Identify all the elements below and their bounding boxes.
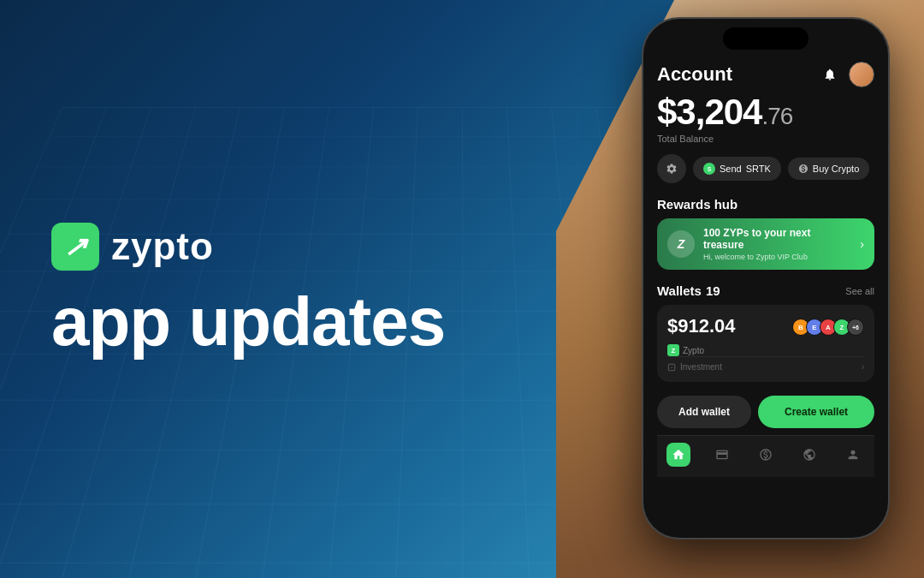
srtk-label: SRTK [746,164,771,174]
investment-arrow: › [862,362,864,372]
see-all-link[interactable]: See all [845,286,874,296]
rewards-section-title: Rewards hub [657,197,874,212]
investment-label: Investment [680,362,857,372]
send-label: Send [720,164,742,174]
nav-zypto[interactable] [754,443,778,467]
wallet-card[interactable]: $912.04 B E A Z +6 Z Zypto [657,305,874,382]
account-title: Account [657,63,732,86]
dynamic-island [723,27,808,50]
wallet-name-row: Z Zypto [667,344,864,356]
investment-row: Investment › [667,356,864,372]
send-button[interactable]: S Send SRTK [693,157,781,181]
headline-line1: app updates [51,283,445,360]
wallets-count-badge: 19 [706,283,720,298]
wallet-balance: $912.04 [667,315,736,337]
logo-z-letter: ↗ [62,233,88,260]
create-wallet-button[interactable]: Create wallet [758,396,874,428]
balance-decimal: .76 [761,103,792,129]
balance-main: $3,204 [657,92,761,132]
wallet-balance-row: $912.04 B E A Z +6 [667,315,864,339]
buy-crypto-button[interactable]: Buy Crypto [788,158,869,180]
rewards-content: 100 ZYPs to your next treasure Hi, welco… [703,227,851,261]
wallets-header: Wallets 19 See all [657,283,874,298]
balance-label: Total Balance [657,134,874,144]
rewards-title: 100 ZYPs to your next treasure [703,227,851,251]
nav-home[interactable] [666,443,690,467]
phone-screen: Account $3,204.76 Total Balance [643,19,888,538]
add-wallet-button[interactable]: Add wallet [657,396,751,428]
rewards-card[interactable]: Z 100 ZYPs to your next treasure Hi, wel… [657,218,874,270]
wallets-title: Wallets [657,283,702,298]
nav-profile[interactable] [841,443,865,467]
more-coins-badge: +6 [847,319,864,336]
nav-globe[interactable] [797,443,821,467]
bottom-buttons: Add wallet Create wallet [657,387,874,435]
headline: app updates [51,288,548,356]
wallets-title-row: Wallets 19 [657,283,720,298]
nav-card[interactable] [710,443,734,467]
rewards-logo: Z [667,230,695,258]
rewards-arrow: › [860,237,864,251]
logo-icon: ↗ [51,223,99,271]
account-header: Account [657,62,874,87]
brand-name: zypto [111,225,214,268]
left-content: ↗ zypto app updates [51,223,548,356]
logo-row: ↗ zypto [51,223,548,271]
bell-icon[interactable] [818,63,842,86]
wallet-logo: Z [667,344,679,356]
avatar[interactable] [849,62,874,87]
rewards-subtitle: Hi, welcome to Zypto VIP Club [703,253,851,261]
wallet-name: Zypto [683,346,704,355]
actions-row: S Send SRTK Buy Crypto [657,154,874,183]
buy-crypto-label: Buy Crypto [813,164,859,174]
coin-badges: B E A Z +6 [796,319,864,336]
phone-frame: Account $3,204.76 Total Balance [642,17,890,539]
right-content: Account $3,204.76 Total Balance [530,0,924,578]
header-icons [818,62,874,87]
gear-button[interactable] [657,154,686,183]
bottom-nav [657,435,874,477]
srtk-dot: S [703,163,715,175]
balance-display: $3,204.76 [657,92,874,132]
